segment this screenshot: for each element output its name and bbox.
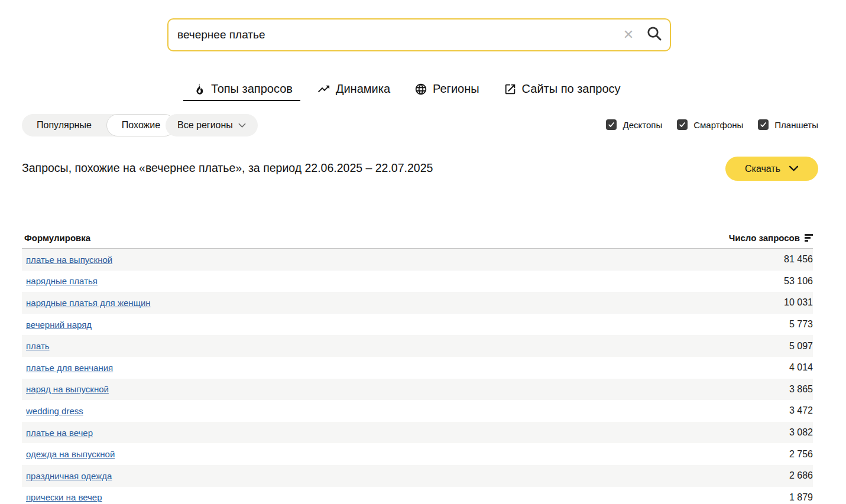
queries-table: Формулировка Число запросов платье на вы…: [22, 225, 813, 504]
query-count: 5 773: [789, 319, 813, 330]
search-icon: [646, 25, 663, 45]
tab-sajty-po-zaprosu[interactable]: Сайты по запросу: [504, 82, 621, 96]
tab-label: Динамика: [336, 82, 390, 96]
query-link[interactable]: платье на выпускной: [26, 255, 112, 265]
table-row: наряд на выпускной 3 865: [22, 379, 813, 401]
region-select-label: Все регионы: [177, 120, 233, 131]
table-row: платье для венчания 4 014: [22, 357, 813, 379]
checkbox-checked-icon: [758, 119, 769, 130]
query-count: 3 082: [789, 427, 813, 438]
query-link[interactable]: одежда на выпускной: [26, 449, 115, 459]
trending-up-icon: [317, 82, 330, 96]
query-count: 10 031: [784, 297, 813, 308]
tab-label: Регионы: [433, 82, 479, 96]
tab-regiony[interactable]: Регионы: [414, 82, 479, 96]
table-row: вечерний наряд 5 773: [22, 314, 813, 336]
table-row: нарядные платья 53 106: [22, 271, 813, 292]
query-link[interactable]: праздничная одежда: [26, 471, 112, 481]
flame-icon: [193, 83, 206, 96]
query-count: 81 456: [784, 254, 813, 265]
query-count: 2 756: [789, 449, 813, 460]
table-row: прически на вечер 1 879: [22, 487, 813, 504]
query-count: 53 106: [784, 276, 813, 287]
column-header-phrase: Формулировка: [24, 233, 90, 243]
wordstat-page: ✕ Топы запросов: [0, 0, 846, 504]
popular-similar-toggle: Популярные Похожие: [22, 114, 176, 136]
column-header-count[interactable]: Число запросов: [729, 233, 813, 243]
tabs-bar: Топы запросов Динамика Регионы: [193, 82, 621, 96]
query-link[interactable]: прически на вечер: [26, 492, 102, 502]
tab-label: Сайты по запросу: [522, 82, 621, 96]
query-link[interactable]: платье на вечер: [26, 428, 93, 438]
table-row: плать 5 097: [22, 335, 813, 357]
query-link[interactable]: платье для венчания: [26, 363, 113, 373]
table-row: wedding dress 3 472: [22, 400, 813, 422]
checkbox-desktops[interactable]: Десктопы: [606, 119, 662, 130]
checkbox-checked-icon: [606, 119, 617, 130]
external-link-icon: [504, 83, 517, 96]
query-link[interactable]: плать: [26, 341, 50, 351]
results-heading: Запросы, похожие на «вечернее платье», з…: [22, 161, 433, 175]
checkbox-smartphones[interactable]: Смартфоны: [677, 119, 743, 130]
search-input[interactable]: [168, 28, 618, 41]
tab-tops-zaprosov[interactable]: Топы запросов: [193, 82, 293, 96]
region-select[interactable]: Все регионы: [166, 114, 258, 136]
search-bar: ✕: [167, 18, 671, 51]
device-filters: Десктопы Смартфоны Планшеты: [606, 119, 818, 130]
globe-icon: [414, 83, 427, 96]
filter-row: Популярные Похожие Все регионы Десктопы: [0, 114, 846, 136]
table-row: платье на вечер 3 082: [22, 422, 813, 444]
query-link[interactable]: вечерний наряд: [26, 320, 92, 330]
checkbox-label: Планшеты: [774, 120, 818, 130]
chevron-down-icon: [238, 120, 246, 131]
query-link[interactable]: наряд на выпускной: [26, 384, 109, 394]
chevron-down-icon: [789, 164, 799, 174]
query-count: 3 472: [789, 405, 813, 416]
tab-dinamika[interactable]: Динамика: [317, 82, 390, 96]
toggle-popular[interactable]: Популярные: [22, 114, 106, 136]
query-count: 3 865: [789, 384, 813, 395]
checkbox-label: Смартфоны: [693, 120, 743, 130]
table-row: платье на выпускной 81 456: [22, 249, 813, 271]
download-button-label: Скачать: [745, 164, 780, 174]
query-link[interactable]: wedding dress: [26, 406, 83, 416]
query-link[interactable]: нарядные платья для женщин: [26, 298, 151, 308]
query-count: 4 014: [789, 362, 813, 373]
checkbox-label: Десктопы: [623, 120, 662, 130]
tab-label: Топы запросов: [211, 82, 293, 96]
query-link[interactable]: нарядные платья: [26, 276, 98, 286]
download-button[interactable]: Скачать: [725, 157, 818, 181]
search-button[interactable]: [639, 19, 670, 50]
sort-descending-icon[interactable]: [805, 234, 813, 242]
column-header-count-label: Число запросов: [729, 233, 800, 243]
query-count: 2 686: [789, 470, 813, 481]
checkbox-tablets[interactable]: Планшеты: [758, 119, 818, 130]
table-header: Формулировка Число запросов: [22, 225, 813, 249]
table-row: нарядные платья для женщин 10 031: [22, 292, 813, 314]
table-row: одежда на выпускной 2 756: [22, 443, 813, 465]
checkbox-checked-icon: [677, 119, 688, 130]
clear-search-icon[interactable]: ✕: [618, 24, 639, 45]
table-row: праздничная одежда 2 686: [22, 465, 813, 487]
query-count: 1 879: [789, 492, 813, 503]
query-count: 5 097: [789, 341, 813, 352]
